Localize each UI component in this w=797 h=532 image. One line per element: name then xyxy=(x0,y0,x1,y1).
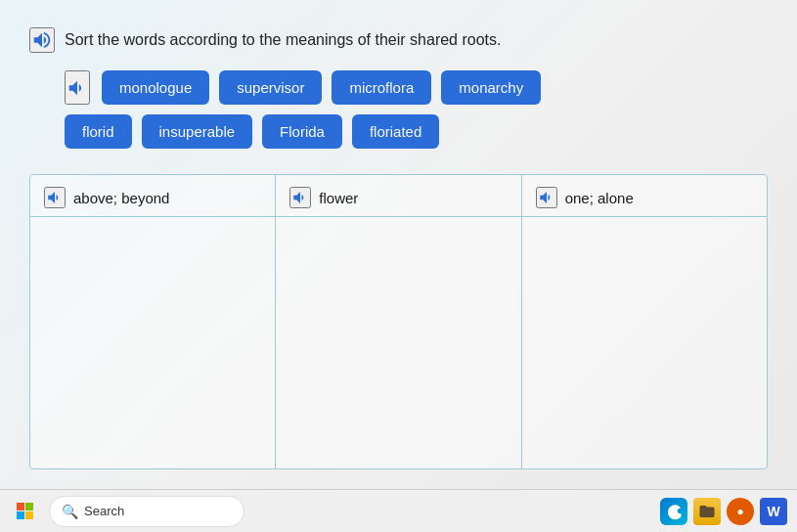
zone-flower-label: flower xyxy=(319,190,358,206)
words-section: monologue supervisor microflora monarchy… xyxy=(29,70,768,149)
word-chip-insuperable[interactable]: insuperable xyxy=(142,114,253,149)
drop-zone-one-alone-body[interactable] xyxy=(522,217,767,468)
word-chip-florid[interactable]: florid xyxy=(65,114,132,149)
zone-one-speaker-button[interactable] xyxy=(536,187,557,208)
words-row-2: florid insuperable Florida floriated xyxy=(65,114,768,149)
drop-zone-one-alone-header: one; alone xyxy=(522,175,767,217)
taskbar-search-box[interactable]: 🔍 Search xyxy=(49,496,244,527)
instruction-text: Sort the words according to the meanings… xyxy=(65,31,501,49)
drop-zone-flower-header: flower xyxy=(276,175,520,217)
drop-zone-flower-body[interactable] xyxy=(276,217,520,468)
zone-one-alone-label: one; alone xyxy=(565,190,634,206)
word-chip-monologue[interactable]: monologue xyxy=(102,70,209,105)
svg-rect-0 xyxy=(17,503,24,510)
main-content: Sort the words according to the meanings… xyxy=(0,0,797,489)
orange-icon[interactable]: ● xyxy=(727,498,754,525)
drop-zone-above-beyond[interactable]: above; beyond xyxy=(30,175,276,468)
word-chip-microflora[interactable]: microflora xyxy=(332,70,431,105)
row1-speaker-button[interactable] xyxy=(65,70,90,105)
word-chip-supervisor[interactable]: supervisor xyxy=(219,70,322,105)
zone-flower-speaker-button[interactable] xyxy=(289,187,311,208)
drop-zone-one-alone[interactable]: one; alone xyxy=(522,175,767,468)
drop-zone-flower[interactable]: flower xyxy=(276,175,521,468)
instruction-row: Sort the words according to the meanings… xyxy=(29,27,768,53)
taskbar: 🔍 Search ● W xyxy=(0,489,797,532)
svg-rect-1 xyxy=(25,503,33,510)
edge-icon[interactable] xyxy=(660,498,687,525)
orange-icon-text: ● xyxy=(736,505,743,518)
word-chip-florida[interactable]: Florida xyxy=(262,114,342,149)
svg-rect-3 xyxy=(25,511,33,519)
files-icon[interactable] xyxy=(693,498,721,525)
drop-zone-above-beyond-body[interactable] xyxy=(30,217,275,468)
taskbar-right: ● W xyxy=(660,498,787,525)
words-row-1: monologue supervisor microflora monarchy xyxy=(65,70,768,105)
drop-zones-container: above; beyond flower xyxy=(29,174,768,469)
start-button[interactable] xyxy=(10,496,41,527)
word-chip-monarchy[interactable]: monarchy xyxy=(441,70,541,105)
zone-above-speaker-button[interactable] xyxy=(44,187,66,208)
svg-rect-2 xyxy=(17,511,24,519)
zone-above-beyond-label: above; beyond xyxy=(73,190,169,206)
word-icon[interactable]: W xyxy=(760,498,787,525)
taskbar-search-text: Search xyxy=(84,504,124,518)
drop-zone-above-beyond-header: above; beyond xyxy=(30,175,275,217)
word-icon-letter: W xyxy=(767,504,779,519)
taskbar-search-icon: 🔍 xyxy=(62,504,78,519)
instruction-speaker-button[interactable] xyxy=(29,27,55,53)
word-chip-floriated[interactable]: floriated xyxy=(352,114,439,149)
